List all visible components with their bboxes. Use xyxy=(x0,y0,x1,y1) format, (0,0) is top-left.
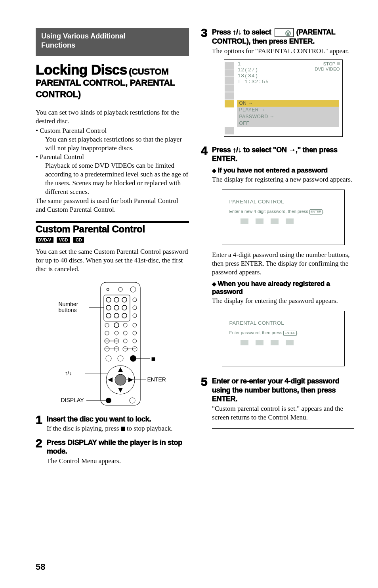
svg-rect-53 xyxy=(287,33,289,35)
pw2-text: Enter password, then press ENTER. xyxy=(229,330,337,336)
step-2-desc: The Control Menu appears. xyxy=(47,457,189,465)
svg-point-9 xyxy=(114,305,119,310)
svg-point-20 xyxy=(133,323,137,327)
end-rule xyxy=(212,428,354,429)
step-1-desc-a: If the disc is playing, press xyxy=(47,425,121,432)
osd-icon-col xyxy=(224,61,235,92)
step-2-head: Press DISPLAY while the player is in sto… xyxy=(47,438,189,456)
pw2-title: PARENTAL CONTROL xyxy=(229,320,337,326)
step-4-d2-head: When you have already registered a passw… xyxy=(212,280,354,296)
remote-label-arrows: ↑/↓ xyxy=(65,370,72,376)
intro-bullet-1: Custom Parental Control You can set play… xyxy=(36,126,189,153)
svg-point-23 xyxy=(123,331,127,335)
pw2-dot: . xyxy=(297,330,298,335)
intro-b1-title: Custom Parental Control xyxy=(40,127,107,134)
pw2-enter: ENTER xyxy=(283,331,296,336)
intro-bullet-2: Parental Control Playback of some DVD VI… xyxy=(36,153,189,196)
svg-point-40 xyxy=(115,374,126,385)
osd-info: 1 12(27) 18(34) T 1:32:55 xyxy=(235,61,311,92)
svg-point-2 xyxy=(118,287,122,291)
svg-point-28 xyxy=(133,339,137,343)
svg-point-13 xyxy=(122,313,127,318)
custom-desc: You can set the same Custom Parental Con… xyxy=(36,247,189,274)
osd-control-menu: 1 12(27) 18(34) T 1:32:55 STOP DVD VIDEO xyxy=(224,59,343,137)
main-title-sub3: CONTROL) xyxy=(36,89,189,100)
main-title-sub2: PARENTAL CONTROL, PARENTAL xyxy=(36,77,189,89)
svg-point-38 xyxy=(130,355,136,362)
stop-indicator-icon xyxy=(337,62,340,65)
step-3-head: Press ↑/↓ to select (PARENTAL CONTROL), … xyxy=(212,28,354,46)
step-3: 3 Press ↑/↓ to select (PARENTAL CONTROL)… xyxy=(201,28,354,141)
svg-point-6 xyxy=(114,297,119,302)
svg-point-19 xyxy=(123,323,127,327)
svg-point-46 xyxy=(130,398,135,403)
pw1-text: Enter a new 4-digit password, then press… xyxy=(229,209,337,215)
step-3-head-a: Press ↑/↓ to select xyxy=(212,28,273,36)
svg-point-45 xyxy=(106,398,111,403)
osd-menu-on: ON → xyxy=(237,100,339,107)
osd-line3: 18(34) xyxy=(238,73,311,79)
password-panel-new: PARENTAL CONTROL Enter a new 4-digit pas… xyxy=(222,190,345,245)
svg-point-21 xyxy=(105,331,109,335)
pw1-text-a: Enter a new 4-digit password, then press xyxy=(229,209,309,214)
main-title-sub-inline: (CUSTOM xyxy=(129,67,168,77)
svg-point-36 xyxy=(106,356,111,361)
badge-vcd: VCD xyxy=(57,237,70,243)
remote-svg xyxy=(61,281,164,408)
osd-menu-password: PASSWORD → xyxy=(237,113,339,120)
step-4: 4 Press ↑/↓ to select "ON →," then press… xyxy=(201,146,354,372)
password-panel-enter: PARENTAL CONTROL Enter password, then pr… xyxy=(222,311,345,366)
step-2: 2 Press DISPLAY while the player is in s… xyxy=(36,438,189,465)
step-4-d1-head: If you have not entered a password xyxy=(212,167,354,174)
pw2-digits xyxy=(241,340,337,345)
step-5-head: Enter or re-enter your 4-digit password … xyxy=(212,377,354,404)
step-3-desc: The options for "PARENTAL CONTROL" appea… xyxy=(212,47,354,56)
svg-point-10 xyxy=(122,305,127,310)
osd-status2: DVD VIDEO xyxy=(315,67,340,71)
section-title-l1: Using Various Additional xyxy=(41,32,125,40)
svg-point-16 xyxy=(133,314,137,318)
svg-point-7 xyxy=(122,297,127,302)
intro-b2-desc: Playback of some DVD VIDEOs can be limit… xyxy=(40,161,189,196)
remote-label-enter: ENTER xyxy=(147,377,166,383)
pw1-dot: . xyxy=(323,209,324,214)
osd-menu-off: OFF xyxy=(237,120,339,127)
step-1: 1 Insert the disc you want to lock. If t… xyxy=(36,415,189,433)
osd-line2: 12(27) xyxy=(238,67,311,73)
step-4-head: Press ↑/↓ to select "ON →," then press E… xyxy=(212,146,354,163)
svg-marker-42 xyxy=(118,388,123,393)
section-header: Using Various Additional Functions xyxy=(36,28,189,56)
step-1-desc: If the disc is playing, press to stop pl… xyxy=(47,424,189,433)
svg-point-27 xyxy=(123,339,127,343)
pw1-digits xyxy=(241,218,337,224)
step-num-4: 4 xyxy=(201,145,212,157)
pw2-text-a: Enter password, then press xyxy=(229,330,284,335)
svg-point-15 xyxy=(133,306,137,310)
svg-point-24 xyxy=(133,331,137,335)
step-1-head: Insert the disc you want to lock. xyxy=(47,415,189,424)
page-number: 58 xyxy=(36,562,45,572)
step-4-d1-desc: The display for registering a new passwo… xyxy=(212,175,354,184)
step-4-d2-desc: The display for entering the password ap… xyxy=(212,297,354,305)
divider xyxy=(36,221,189,223)
svg-point-18 xyxy=(114,323,119,328)
pw1-title: PARENTAL CONTROL xyxy=(229,199,337,205)
step-num-2: 2 xyxy=(36,437,47,449)
parental-lock-icon xyxy=(275,28,294,37)
intro-text: You can set two kinds of playback restri… xyxy=(36,108,189,214)
svg-point-1 xyxy=(107,288,109,291)
stop-icon xyxy=(121,427,125,431)
intro-p1: You can set two kinds of playback restri… xyxy=(36,108,189,126)
step-num-5: 5 xyxy=(201,376,212,388)
main-title: Locking Discs xyxy=(36,62,127,77)
svg-point-5 xyxy=(106,297,111,302)
svg-point-37 xyxy=(118,356,123,361)
osd-menu-player: PLAYER → xyxy=(237,107,339,113)
intro-p2: The same password is used for both Paren… xyxy=(36,197,189,214)
badge-dvdv: DVD-V xyxy=(36,237,53,243)
svg-marker-43 xyxy=(108,377,113,382)
intro-b1-desc: You can set playback restrictions so tha… xyxy=(40,135,189,153)
remote-label-stop: ■ xyxy=(151,355,156,363)
svg-point-8 xyxy=(106,305,111,310)
format-badges: DVD-V VCD CD xyxy=(36,237,189,243)
